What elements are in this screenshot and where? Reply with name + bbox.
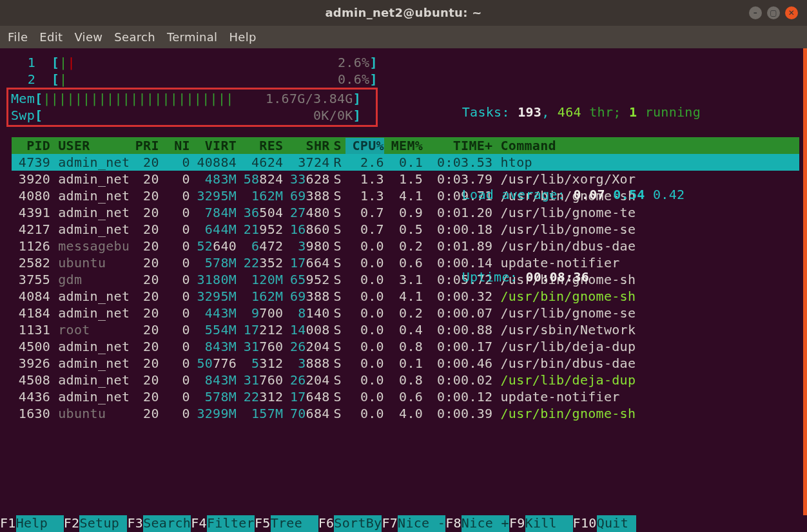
table-row[interactable]: 3926admin_net2005077653123888S0.00.10:00… (12, 355, 799, 372)
fkey-label[interactable]: Nice + (462, 515, 509, 532)
menu-terminal[interactable]: Terminal (167, 30, 217, 44)
menu-edit[interactable]: Edit (39, 30, 63, 44)
menu-view[interactable]: View (74, 30, 102, 44)
hdr-shr[interactable]: SHR (283, 138, 329, 155)
fkey-label[interactable]: Tree (271, 515, 318, 532)
window-buttons: – ▢ ✕ (749, 6, 798, 19)
hdr-virt[interactable]: VIRT (190, 138, 237, 155)
memory-highlight-box: Mem[|||||||||||||||||||||||| 1.67G/3.84G… (6, 88, 378, 127)
fkey-f9[interactable]: F9 (509, 515, 525, 532)
function-key-bar: F1Help F2Setup F3SearchF4FilterF5Tree F6… (0, 515, 807, 532)
fkey-label[interactable]: Filter (207, 515, 255, 532)
maximize-icon[interactable]: ▢ (767, 6, 780, 19)
fkey-f8[interactable]: F8 (445, 515, 462, 532)
uptime-value: 00:08:36 (525, 269, 589, 285)
scrollbar[interactable] (803, 48, 807, 515)
fkey-f4[interactable]: F4 (191, 515, 207, 532)
hdr-user[interactable]: USER (50, 138, 128, 155)
fkey-f6[interactable]: F6 (318, 515, 335, 532)
hdr-res[interactable]: RES (237, 138, 283, 155)
hdr-pid[interactable]: PID (12, 138, 50, 155)
menu-help[interactable]: Help (229, 30, 256, 44)
menubar: File Edit View Search Terminal Help (0, 26, 807, 48)
hdr-cpu[interactable]: CPU% (345, 138, 384, 155)
load-5: 0.54 (613, 187, 645, 202)
mem-meter: Mem[|||||||||||||||||||||||| 1.67G/3.84G… (11, 91, 373, 108)
uptime-label: Uptime: (462, 269, 518, 285)
app-window: admin_net2@ubuntu: ~ – ▢ ✕ File Edit Vie… (0, 0, 807, 532)
load-label: Load average: (462, 187, 565, 202)
fkey-label[interactable]: Help (16, 515, 64, 532)
fkey-label[interactable]: Setup (79, 515, 127, 532)
fkey-label[interactable]: Search (143, 515, 191, 532)
table-row[interactable]: 4500admin_net200843M3176026204S0.00.80:0… (12, 338, 799, 355)
table-row[interactable]: 4436admin_net200578M2231217648S0.00.60:0… (12, 388, 799, 405)
load-1: 0.07 (574, 187, 605, 202)
right-meters: Tasks: 193, 464 thr; 1 running Load aver… (398, 55, 701, 335)
tasks-threads: 464 (558, 104, 581, 120)
close-icon[interactable]: ✕ (785, 6, 798, 19)
minimize-icon[interactable]: – (749, 6, 762, 19)
window-title: admin_net2@ubuntu: ~ (325, 5, 481, 20)
fkey-label[interactable]: Nice - (398, 515, 445, 532)
swap-meter: Swp[ 0K/0K] (11, 108, 373, 124)
table-row[interactable]: 1630ubuntu2003299M157M70684S0.04.00:00.3… (12, 405, 799, 422)
tasks-running: 1 (629, 104, 637, 120)
tasks-label: Tasks: (462, 104, 510, 120)
menu-search[interactable]: Search (114, 30, 155, 44)
hdr-ni[interactable]: NI (159, 138, 190, 155)
fkey-f2[interactable]: F2 (64, 515, 80, 532)
fkey-f10[interactable]: F10 (573, 515, 597, 532)
menu-file[interactable]: File (8, 30, 28, 44)
fkey-label[interactable]: Kill (525, 515, 573, 532)
fkey-f3[interactable]: F3 (127, 515, 143, 532)
load-15: 0.42 (653, 187, 685, 202)
fkey-f7[interactable]: F7 (382, 515, 398, 532)
table-row[interactable]: 4508admin_net200843M3176026204S0.00.80:0… (12, 372, 799, 388)
tasks-procs: 193 (518, 104, 541, 120)
fkey-label[interactable]: SortBy (334, 515, 382, 532)
fkey-f5[interactable]: F5 (255, 515, 271, 532)
fkey-f1[interactable]: F1 (0, 515, 16, 532)
hdr-s[interactable]: S (330, 138, 345, 155)
hdr-pri[interactable]: PRI (128, 138, 159, 155)
fkey-label[interactable]: Quit (597, 515, 637, 532)
terminal-area[interactable]: 1 [|| 2.6%] 2 [| 0.6%]Mem[||||||||||||||… (0, 48, 807, 532)
titlebar[interactable]: admin_net2@ubuntu: ~ – ▢ ✕ (0, 0, 807, 26)
